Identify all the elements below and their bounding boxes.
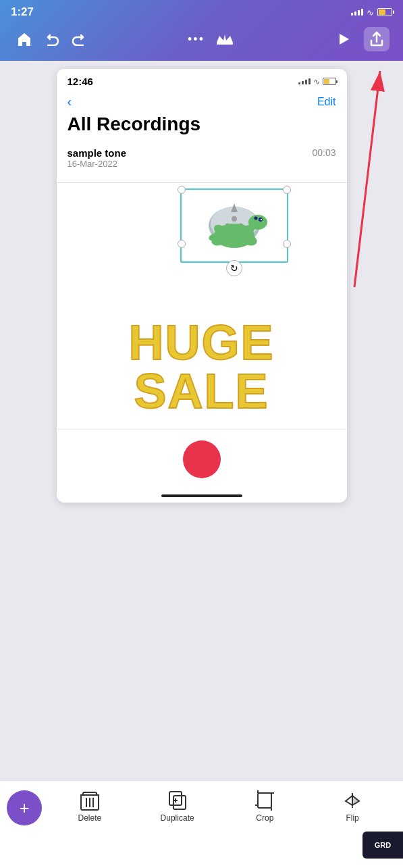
recording-duration: 00:03 [312,147,335,158]
phone-wifi-icon: ∿ [313,77,320,86]
record-button[interactable] [183,440,221,478]
handle-bottom-left[interactable] [178,240,186,248]
home-indicator [57,489,347,503]
bottom-actions: Delete Duplicate Crop [46,790,396,823]
record-button-row [57,429,347,489]
status-time: 1:27 [11,5,34,19]
home-button[interactable] [14,29,35,49]
svg-line-3 [354,71,380,287]
app-top-bar: 1:27 ∿ [0,0,403,61]
status-icons: ∿ [351,7,392,18]
huge-text: HUGE [63,318,340,367]
share-button[interactable] [364,27,389,51]
fab-add-button[interactable]: + [7,790,42,825]
recordings-header: ‹ Edit All Recordings sample tone 16-Mar… [57,91,347,183]
bottom-toolbar: + Delete Duplicate [0,780,403,868]
handle-bottom-right[interactable] [283,240,291,248]
toolbar-center: ••• [185,29,237,49]
crown-button[interactable] [213,29,237,49]
delete-icon [80,790,99,811]
phone-status-bar: 12:46 ∿ [57,69,347,91]
delete-label: Delete [78,813,102,823]
crop-icon [255,790,274,811]
play-button[interactable] [333,28,354,50]
flip-icon [343,790,362,811]
recording-name: sample tone [68,147,127,159]
svg-rect-0 [217,43,233,45]
recordings-back-row: ‹ Edit [68,94,336,109]
svg-rect-30 [258,793,271,808]
rotate-handle[interactable]: ↻ [226,260,242,276]
redo-button[interactable] [69,30,89,49]
flip-action[interactable]: Flip [332,790,373,823]
flip-label: Flip [346,813,358,823]
edit-button[interactable]: Edit [317,96,336,108]
wifi-icon: ∿ [367,7,374,18]
handle-top-left[interactable] [178,186,186,194]
phone-time: 12:46 [68,76,93,87]
red-arrow-annotation [334,64,388,297]
selection-box [180,188,288,263]
toolbar-right [333,27,389,51]
back-arrow-button[interactable]: ‹ [68,94,72,109]
phone-mockup: 12:46 ∿ ‹ Edit All Recordings [57,69,347,503]
crop-action[interactable]: Crop [244,790,285,823]
handle-top-right[interactable] [283,186,291,194]
undo-button[interactable] [42,30,62,49]
duplicate-action[interactable]: Duplicate [157,790,198,823]
recording-date: 16-Mar-2022 [68,159,127,169]
turtle-sticker[interactable]: ↻ [180,188,288,276]
sale-text: SALE [63,367,340,415]
canva-badge: GRD [362,832,403,859]
duplicate-label: Duplicate [161,813,194,823]
status-bar: 1:27 ∿ [0,0,403,22]
more-button[interactable]: ••• [185,30,207,49]
battery-icon [377,8,392,16]
recordings-page-title: All Recordings [68,113,336,135]
huge-sale-design-text: HUGE SALE [57,305,347,429]
svg-marker-1 [340,34,349,45]
crop-label: Crop [256,813,273,823]
canva-badge-text: GRD [375,841,391,849]
recording-list-item[interactable]: sample tone 16-Mar-2022 00:03 [68,142,336,174]
app-toolbar: ••• [0,22,403,61]
signal-icon [351,9,363,16]
phone-signal-icon [298,78,311,84]
phone-status-icons: ∿ [298,77,336,86]
duplicate-icon [168,790,187,811]
delete-action[interactable]: Delete [70,790,110,823]
home-bar [161,494,242,497]
design-canvas[interactable]: ↻ [57,183,347,429]
toolbar-left [14,29,89,49]
